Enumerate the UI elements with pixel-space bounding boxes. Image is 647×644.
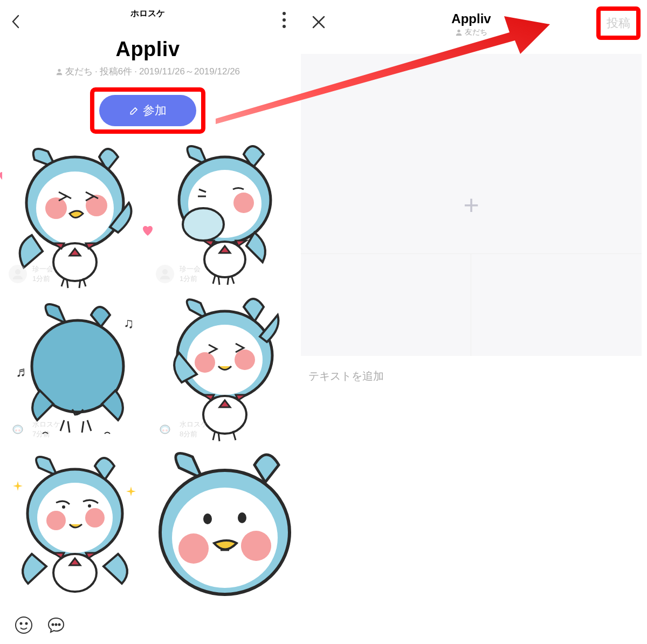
- svg-point-41: [20, 623, 22, 625]
- avatar: [156, 420, 174, 439]
- sticker-post[interactable]: ♫ ♬ 水ロスケ7分前: [2, 293, 145, 444]
- friend-icon: [455, 29, 463, 36]
- close-icon[interactable]: [312, 15, 326, 29]
- svg-point-31: [62, 505, 65, 509]
- post-highlight: 投稿: [596, 6, 641, 40]
- sticker-post[interactable]: 珍一会1分前: [2, 138, 145, 289]
- svg-point-9: [233, 193, 254, 213]
- svg-point-40: [16, 617, 32, 633]
- post-author: 珍一会: [180, 264, 201, 274]
- svg-point-29: [46, 511, 66, 530]
- music-note-icon: ♫: [123, 315, 134, 332]
- svg-point-3: [45, 197, 67, 219]
- sparkle-icon: [126, 487, 136, 496]
- sticker-post[interactable]: [149, 449, 292, 611]
- svg-point-30: [85, 508, 105, 527]
- sticker-post[interactable]: 水ロスケ8分前: [149, 293, 292, 444]
- plus-icon: +: [463, 189, 479, 221]
- svg-point-21: [235, 350, 255, 370]
- compose-subtitle: 友だち: [451, 28, 491, 37]
- svg-point-20: [195, 352, 215, 373]
- join-highlight: 参加: [90, 87, 205, 134]
- sticker-grid: 珍一会1分前: [0, 138, 295, 611]
- avatar: [9, 420, 27, 439]
- svg-point-37: [241, 531, 271, 561]
- comment-icon[interactable]: [46, 615, 66, 635]
- svg-point-10: [183, 208, 224, 241]
- feed-panel: ホロスケ Appliv 友だち · 投稿6件 · 2019/11/26～2019…: [0, 0, 295, 644]
- meta-friends: 友だち: [65, 65, 93, 78]
- post-author: 珍一会: [32, 264, 53, 274]
- post-meta: 水ロスケ8分前: [156, 420, 208, 439]
- avatar: [9, 265, 27, 283]
- text-placeholder: テキストを追加: [308, 370, 384, 382]
- svg-point-16: [15, 429, 17, 431]
- svg-point-38: [203, 513, 212, 524]
- svg-point-42: [26, 623, 27, 625]
- sticker-post[interactable]: 珍一会1分前: [149, 138, 292, 289]
- post-author: 水ロスケ: [32, 420, 60, 429]
- svg-point-0: [58, 68, 60, 71]
- heart-icon: [141, 224, 154, 237]
- more-icon[interactable]: [283, 12, 286, 28]
- sticker-post[interactable]: [2, 449, 145, 600]
- post-time: 8分前: [180, 429, 208, 439]
- friend-icon: [56, 68, 63, 76]
- post-meta: 珍一会1分前: [9, 264, 53, 284]
- svg-point-39: [238, 512, 246, 523]
- svg-point-12: [162, 269, 168, 275]
- post-meta: 珍一会1分前: [156, 264, 201, 284]
- title-block: Appliv 友だち · 投稿6件 · 2019/11/26～2019/12/2…: [0, 38, 295, 78]
- meta-dates: 2019/11/26～2019/12/26: [139, 65, 240, 78]
- svg-point-44: [56, 624, 57, 626]
- sparkle-icon: [13, 481, 23, 491]
- svg-point-26: [166, 429, 168, 431]
- post-time: 1分前: [32, 274, 53, 284]
- post-time: 7分前: [32, 429, 60, 439]
- right-header: Appliv 友だち 投稿: [295, 0, 647, 43]
- svg-point-36: [178, 533, 209, 564]
- meta-posts: 投稿6件: [100, 65, 132, 78]
- header-title: ホロスケ: [130, 8, 165, 19]
- join-label: 参加: [143, 102, 167, 119]
- avatar: [156, 265, 174, 283]
- text-input-area[interactable]: テキストを追加: [295, 356, 647, 396]
- back-icon[interactable]: [11, 13, 22, 30]
- bottom-bar: [0, 606, 295, 644]
- media-thumb-row: [301, 254, 642, 356]
- compose-icon: [129, 105, 140, 116]
- svg-point-6: [15, 269, 20, 275]
- left-header: ホロスケ: [0, 0, 295, 27]
- post-author: 水ロスケ: [180, 420, 208, 429]
- svg-point-25: [162, 429, 164, 431]
- meta-row: 友だち · 投稿6件 · 2019/11/26～2019/12/26: [0, 65, 295, 78]
- penguin-sticker: [2, 449, 145, 600]
- page-title: Appliv: [0, 38, 295, 61]
- join-button[interactable]: 参加: [99, 95, 196, 126]
- svg-point-45: [59, 624, 60, 626]
- media-area[interactable]: +: [301, 54, 642, 356]
- post-time: 1分前: [180, 274, 201, 284]
- compose-panel: Appliv 友だち 投稿 + テキストを追加: [295, 0, 647, 644]
- svg-point-46: [457, 30, 460, 32]
- post-meta: 水ロスケ7分前: [9, 420, 60, 439]
- compose-title: Appliv: [451, 11, 491, 26]
- svg-point-43: [52, 624, 54, 626]
- svg-point-17: [18, 429, 20, 431]
- post-button[interactable]: 投稿: [607, 15, 630, 31]
- music-note-icon: ♬: [16, 364, 26, 380]
- emoji-icon[interactable]: [14, 615, 33, 635]
- svg-point-32: [88, 504, 91, 508]
- penguin-sticker: [149, 449, 292, 611]
